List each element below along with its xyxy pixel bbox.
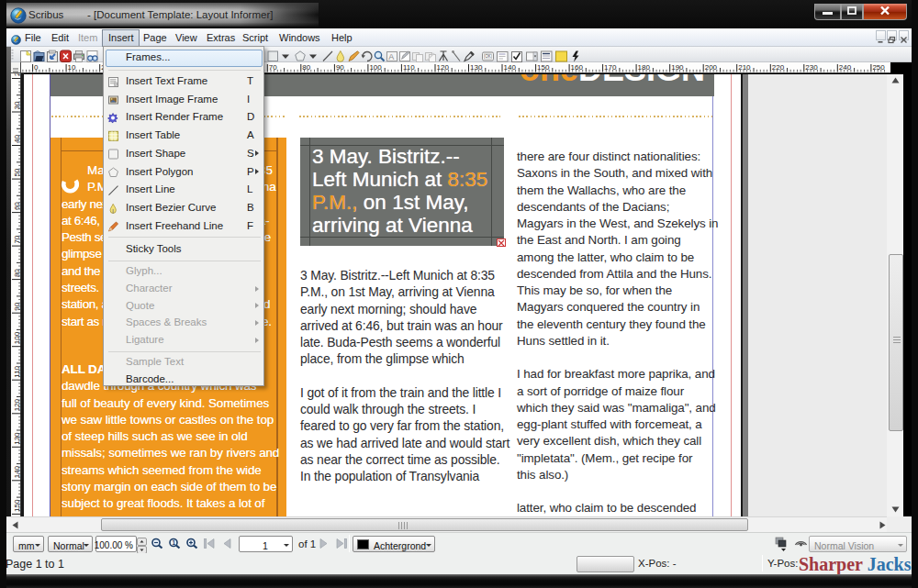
- svg-text:100: 100: [13, 331, 21, 344]
- svg-text:80: 80: [302, 63, 310, 72]
- svg-text:110: 110: [13, 365, 21, 377]
- svg-text:40: 40: [13, 135, 21, 143]
- svg-text:80: 80: [13, 269, 21, 277]
- svg-text:90: 90: [336, 63, 344, 72]
- svg-text:10: 10: [68, 63, 76, 72]
- svg-text:70: 70: [13, 235, 21, 243]
- svg-text:OK: OK: [485, 54, 491, 59]
- svg-text:60: 60: [13, 202, 21, 210]
- svg-text:130: 130: [13, 432, 21, 445]
- svg-text:30: 30: [13, 101, 21, 109]
- svg-text:1: 1: [172, 539, 175, 546]
- svg-text:150: 150: [13, 499, 21, 512]
- svg-text:50: 50: [13, 168, 21, 176]
- svg-text:A: A: [388, 52, 394, 61]
- svg-text:70: 70: [269, 63, 277, 72]
- svg-text:140: 140: [13, 465, 21, 478]
- svg-text:120: 120: [13, 398, 21, 411]
- svg-text:90: 90: [13, 302, 21, 310]
